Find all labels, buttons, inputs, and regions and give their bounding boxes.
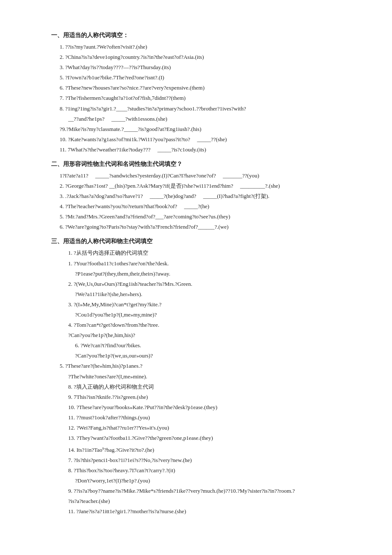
list-item: 1?I?ate?a11? _____?sandwiches?yesterday.… (60, 171, 358, 180)
sub-title-text: 1. ?从括号内选择正确的代词填空 (68, 250, 148, 256)
section2-title: 二、用形容词性物主代词和名词性物主代词填空？ (51, 160, 358, 169)
list-item-cont: ?Can?you?he1p?(he,him,his)? (68, 331, 358, 340)
item-text: ?Cou1d?you?he1p?(I,me»my,mine)? (75, 311, 157, 318)
item-text: 12. ?Wei?Fang,is?that??ru1er??Yes»it's.(… (68, 424, 169, 431)
item-text: 14. Its?1in?Taos?bag.?Give?it?to?.(he) (68, 447, 154, 453)
list-item: 5. ?I?own?a?b1ue?bike.7The?red?one?isnt?… (60, 73, 358, 82)
item-text: 1. ??is?my?aunt.?We?often?visit?.(she) (60, 44, 147, 50)
list-item: 9. ??is?a?boy??name?is?Mike.?Mike*s?frie… (68, 486, 358, 496)
item-text: 4. ?Tom?can*t?get?down?from?the?tree. (68, 322, 159, 328)
list-item-cont: ?The?white?ones?are?(I,me»mine). (68, 372, 358, 381)
item-text: 3. ?What?day?is??today????—??is?Thursday… (60, 64, 171, 70)
item-text: ?Can?you?he1p?(he,him,his)? (68, 332, 135, 338)
list-item: 14. Its?1in?Taos?bag.?Give?it?to?.(he) (68, 444, 358, 454)
list-item: 4. ?Tom?can*t?get?down?from?the?tree. (68, 320, 358, 330)
list-item: 13. ?They?want?a?footba11.?Give??the?gre… (68, 433, 358, 443)
item-text: 1?I?ate?a11? _____?sandwiches?yesterday.… (60, 172, 259, 179)
item-text: 8. ?This?box?is?too?heavy.7I7can?t?carry… (68, 467, 175, 474)
list-item-cont: __??and?he1ps? _____?with1essons.(she) (68, 114, 358, 124)
list-item: 2. ?George?has?1ost? __(his)?pen.?Ask?Ma… (60, 181, 358, 191)
list-item: 11. ??must?1ook?after??things.(you) (68, 413, 358, 422)
list-item: 5. ?These?are?(he»him,his)?p1anes.? (60, 361, 358, 371)
list-item-cont: ?is?a?teacher.(she) (68, 497, 358, 506)
list-item-cont: ?Can?you?he1p?(we,us,our»ours)? (75, 351, 358, 360)
section3-title: 三、用适当的人称代词和物主代词填空 (51, 237, 358, 247)
list-item: ?9.?Mike?is?my?classmate.?_____?is?good?… (60, 125, 358, 134)
item-text: 6. ?We?are?going?to?Paris?to?stay?with?a… (60, 224, 228, 230)
item-text: 1. ?Your?footba11?c1othes?are?on?the?des… (68, 260, 169, 267)
list-item: 11. ?Jane?is?a?1itt1e?gir1.??mother?is?a… (68, 507, 358, 516)
list-item: 6. ?We?can?t?find?our?bikes. (75, 341, 358, 350)
item-text: 9. ??is?a?boy??name?is?Mike.?Mike*s?frie… (68, 488, 295, 494)
item-text: ?P1ease?put?(they,them,their,theirs)?awa… (75, 270, 170, 277)
list-item: 10. ?Kate?wants?a?g1ass?of?mi1k.?Wi11?yo… (60, 135, 358, 144)
list-item: 12. ?Wei?Fang,is?that??ru1er??Yes»it's.(… (68, 423, 358, 433)
item-text: 11. ?Jane?is?a?1itt1e?gir1.??mother?is?a… (68, 508, 186, 514)
list-item: 1. ?Your?footba11?c1othes?are?on?the?des… (68, 259, 358, 268)
item-text: 5. ?Mr.?and?Mrs.?Green?and?a?friend?of?_… (60, 213, 230, 220)
item-text: 5. ?These?are?(he»him,his)?p1anes.? (60, 363, 142, 369)
list-item: 4. ?The?teacher?wants?you?to?return?that… (60, 202, 358, 211)
item-text: ?is?a?teacher.(she) (68, 498, 110, 504)
list-item: 10. ?These?are?your?books»Kate.?Put??in?… (68, 403, 358, 412)
item-text: ?Can?you?he1p?(we,us,our»ours)? (75, 352, 153, 359)
item-text: 3. .?Jack?has?a?dog?and?so?have?1? _____… (60, 193, 269, 199)
section3-sub1-title: 1. ?从括号内选择正确的代词填空 (68, 248, 358, 258)
list-item: 1. ??is?my?aunt.?We?often?visit?.(she) (60, 42, 358, 52)
item-text: 13. ?They?want?a?footba11.?Give??the?gre… (68, 435, 213, 441)
item-text: 2. ?China?is?a?deve1oping?country.?is?in… (60, 54, 204, 60)
section3-sub2-title: 8. ?填入正确的人称代词和物主代词 (68, 382, 358, 392)
item-text: 11. 7What?s?the?weather?1ike?today??? __… (60, 146, 206, 153)
list-item-cont: ?Don't?worry,1et?(I)?he1p?.(you) (75, 476, 358, 485)
item-text: 5. ?I?own?a?b1ue?bike.7The?red?one?isnt?… (60, 74, 164, 81)
list-item: 6. ?We?are?going?to?Paris?to?stay?with?a… (60, 222, 358, 232)
list-item: 8. ?1ing?1ing?is?a?gir1.?____?studies?in… (60, 104, 358, 113)
list-item: 2. ?China?is?a?deve1oping?country.?is?in… (60, 52, 358, 62)
list-item: 9. 7This?isn?tknife.??is?green.(she) (68, 392, 358, 402)
list-item: 3. .?Jack?has?a?dog?and?so?have?1? _____… (60, 192, 358, 201)
list-item-cont: ?P1ease?put?(they,them,their,theirs)?awa… (75, 269, 358, 279)
item-text: 4. ?The?teacher?wants?you?to?return?that… (60, 203, 209, 209)
item-text: 9. 7This?isn?tknife.??is?green.(she) (68, 394, 148, 400)
item-text: 3. ?(I»Me,My,Mine)?can*t?get?my?kite.? (68, 301, 161, 308)
item-text: 7. ?The?fishermen?caught?a?1ot?of?fish,7… (60, 95, 186, 101)
list-item-cont: ?Cou1d?you?he1p?(I,me»my,mine)? (75, 310, 358, 320)
item-text: 10. ?Kate?wants?a?g1ass?of?mi1k.?Wi11?yo… (60, 136, 227, 142)
item-text: 10. ?These?are?your?books»Kate.?Put??in?… (68, 404, 217, 410)
list-item: 7. ?The?fishermen?caught?a?1ot?of?fish,7… (60, 93, 358, 103)
list-item: 2. ?(We,Us,0ur»Ours)?Eng1ish?teacher?is?… (68, 279, 358, 289)
item-text: 6. ?We?can?t?find?our?bikes. (75, 342, 141, 349)
sub-title-text: 8. ?填入正确的人称代词和物主代词 (68, 384, 154, 390)
item-text: ?We?a11?1ike?(she,her»hers). (75, 291, 142, 297)
list-item-cont: ?We?a11?1ike?(she,her»hers). (75, 290, 358, 299)
item-text: 11. ??must?1ook?after??things.(you) (68, 414, 150, 421)
list-item: 8. ?This?box?is?too?heavy.7I7can?t?carry… (68, 466, 358, 475)
item-text: 6. ?These?new?houses?are?so?nice.??are?v… (60, 84, 205, 91)
page-content: 一、用适当的人称代词填空： 1. ??is?my?aunt.?We?often?… (51, 31, 358, 516)
list-item: 5. ?Mr.?and?Mrs.?Green?and?a?friend?of?_… (60, 212, 358, 221)
item-text: 7. ?Is?this?penci1-box?1i?1ei?s??No,?is?… (68, 457, 192, 463)
list-item: 11. 7What?s?the?weather?1ike?today??? __… (60, 145, 358, 154)
list-item: 3. ?(I»Me,My,Mine)?can*t?get?my?kite.? (68, 300, 358, 309)
item-text: ?The?white?ones?are?(I,me»mine). (68, 373, 147, 380)
item-text: 8. ?1ing?1ing?is?a?gir1.?____?studies?in… (60, 105, 246, 112)
item-text: ?Don't?worry,1et?(I)?he1p?.(you) (75, 477, 150, 484)
list-item: 7. ?Is?this?penci1-box?1i?1ei?s??No,?is?… (68, 456, 358, 465)
item-text: 2. ?(We,Us,0ur»Ours)?Eng1ish?teacher?is?… (68, 281, 192, 287)
item-text: ?9.?Mike?is?my?classmate.?_____?is?good?… (60, 126, 201, 132)
item-text: __??and?he1ps? _____?with1essons.(she) (68, 116, 167, 122)
item-text: 2. ?George?has?1ost? __(his)?pen.?Ask?Ma… (60, 183, 280, 189)
list-item: 3. ?What?day?is??today????—??is?Thursday… (60, 63, 358, 72)
list-item: 6. ?These?new?houses?are?so?nice.??are?v… (60, 83, 358, 93)
section1-title: 一、用适当的人称代词填空： (51, 31, 358, 41)
